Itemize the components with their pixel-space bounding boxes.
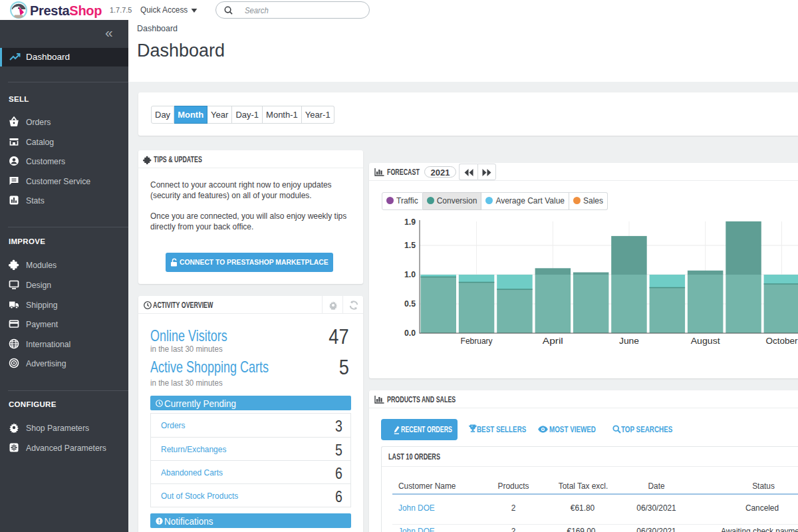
svg-text:June: June: [619, 336, 639, 346]
svg-text:August: August: [691, 336, 720, 346]
svg-text:February: February: [461, 336, 493, 346]
svg-text:0.5: 0.5: [404, 299, 416, 309]
svg-text:1.9: 1.9: [404, 217, 416, 227]
svg-text:1.5: 1.5: [404, 241, 416, 250]
svg-text:0.0: 0.0: [404, 329, 416, 338]
svg-text:April: April: [543, 336, 563, 346]
svg-text:October: October: [765, 336, 798, 346]
svg-text:1.0: 1.0: [404, 270, 416, 279]
